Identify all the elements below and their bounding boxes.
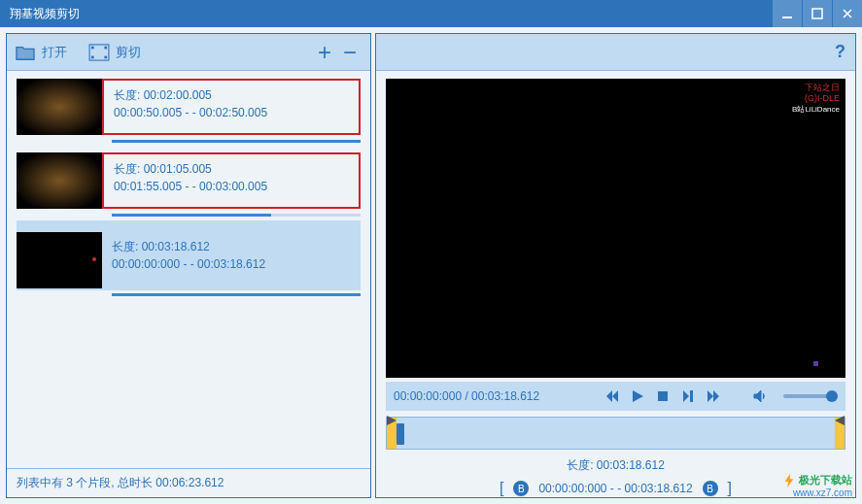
titlebar: 翔基视频剪切: [0, 0, 862, 27]
svg-rect-0: [782, 17, 792, 18]
window-title: 翔基视频剪切: [10, 6, 80, 22]
folder-icon: [15, 44, 36, 61]
clip-info: 长度: 00:03:18.612 00:00:00:000 - - 00:03:…: [102, 232, 361, 288]
volume-slider[interactable]: [783, 394, 838, 398]
clip-info: 长度: 00:01:05.005 00:01:55.005 - - 00:03:…: [102, 152, 361, 209]
status-bar: 列表中有 3 个片段, 总时长 00:06:23.612: [7, 468, 370, 497]
left-panel: 打开 剪切 + − 长度: 00:02:00.005 00:00:50.005 …: [6, 33, 371, 498]
cut-label: 剪切: [116, 44, 141, 61]
clip-item[interactable]: 长度: 00:01:05.005 00:01:55.005 - - 00:03:…: [17, 152, 361, 209]
film-icon: [88, 44, 110, 61]
video-preview[interactable]: 下站之日 (G)I-DLE B站LiLiDance: [386, 79, 845, 378]
clip-thumbnail: [17, 152, 102, 209]
stop-button[interactable]: [655, 388, 671, 404]
duration-info: 长度: 00:03:18.612: [376, 457, 855, 474]
clip-thumbnail: [17, 232, 102, 288]
open-button[interactable]: 打开: [15, 44, 67, 61]
play-button[interactable]: [630, 388, 645, 404]
svg-rect-6: [104, 55, 107, 58]
range-start-handle[interactable]: [387, 418, 397, 449]
video-watermark: 下站之日 (G)I-DLE B站LiLiDance: [792, 83, 840, 115]
clip-progress: [112, 214, 361, 217]
svg-rect-5: [104, 46, 107, 49]
clip-list: 长度: 00:02:00.005 00:00:50.005 - - 00:02:…: [7, 71, 370, 468]
bolt-icon: [782, 474, 796, 487]
playback-bar: 00:00:00:000 / 00:03:18.612: [386, 382, 845, 411]
clip-duration: 长度: 00:01:05.005: [114, 160, 359, 178]
range-text: 00:00:00:000 - - 00:03:18.612: [538, 482, 692, 495]
clip-range: 00:00:50.005 - - 00:02:50.005: [114, 104, 359, 121]
clip-range: 00:00:00:000 - - 00:03:18.612: [112, 255, 361, 273]
step-forward-button[interactable]: [680, 388, 696, 404]
left-toolbar: 打开 剪切 + −: [7, 34, 370, 71]
clip-progress: [112, 140, 361, 143]
remove-button[interactable]: −: [343, 39, 357, 66]
clip-thumbnail: [17, 79, 102, 135]
video-marker-icon: [813, 361, 818, 366]
right-panel: ? 下站之日 (G)I-DLE B站LiLiDance 00:00:00:000…: [375, 33, 856, 498]
marker-b-button[interactable]: B: [703, 481, 718, 496]
svg-rect-3: [91, 46, 94, 49]
status-text: 列表中有 3 个片段, 总时长 00:06:23.612: [17, 475, 224, 491]
right-toolbar: ?: [376, 34, 855, 71]
site-watermark: 极光下载站 www.xz7.com: [782, 473, 852, 498]
marker-b-button[interactable]: B: [513, 481, 529, 496]
close-button[interactable]: [833, 0, 862, 27]
range-end-handle[interactable]: [835, 418, 845, 449]
help-button[interactable]: ?: [835, 42, 845, 62]
clip-info: 长度: 00:02:00.005 00:00:50.005 - - 00:02:…: [102, 79, 361, 135]
time-display: 00:00:00:000 / 00:03:18.612: [394, 389, 539, 403]
range-end-bracket-icon[interactable]: ]: [728, 480, 732, 497]
minimize-button[interactable]: [773, 0, 802, 27]
step-back-button[interactable]: [604, 388, 620, 404]
svg-rect-7: [658, 391, 668, 401]
range-start-bracket-icon[interactable]: [: [500, 480, 503, 497]
add-button[interactable]: +: [318, 39, 331, 66]
svg-rect-8: [690, 390, 693, 402]
svg-rect-1: [812, 9, 822, 18]
clip-item[interactable]: 长度: 00:03:18.612 00:00:00:000 - - 00:03:…: [17, 226, 361, 288]
cut-button[interactable]: 剪切: [88, 44, 141, 61]
skip-forward-button[interactable]: [706, 388, 721, 404]
timeline[interactable]: [386, 417, 845, 450]
clip-progress: [112, 293, 361, 296]
clip-range: 00:01:55.005 - - 00:03:00.005: [114, 178, 359, 195]
clip-item[interactable]: 长度: 00:02:00.005 00:00:50.005 - - 00:02:…: [17, 79, 361, 135]
clip-duration: 长度: 00:03:18.612: [112, 238, 361, 255]
volume-button[interactable]: [752, 388, 768, 404]
open-label: 打开: [42, 44, 67, 61]
svg-rect-4: [91, 55, 94, 58]
timeline-scrubber[interactable]: [397, 423, 404, 445]
clip-duration: 长度: 00:02:00.005: [114, 86, 359, 104]
maximize-button[interactable]: [803, 0, 832, 27]
window-controls: [772, 0, 862, 27]
